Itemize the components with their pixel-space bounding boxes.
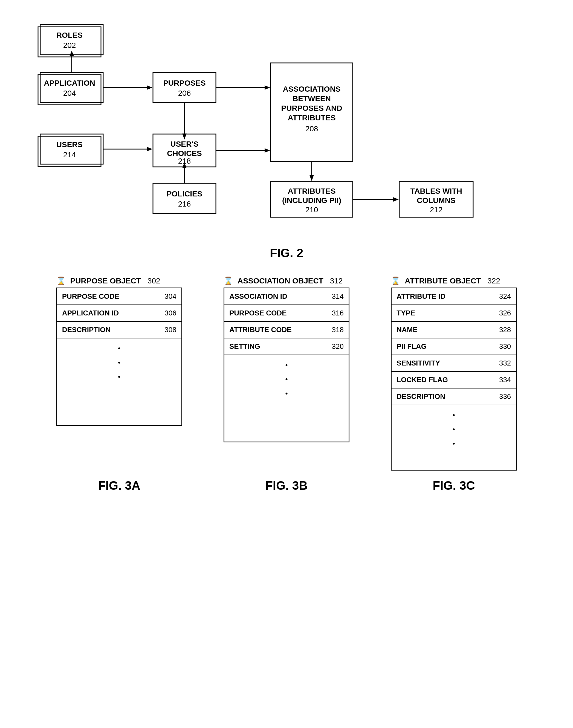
svg-text:APPLICATION: APPLICATION bbox=[44, 79, 95, 87]
fig3c-object-num: 322 bbox=[487, 277, 500, 285]
fig3-labels-row: FIG. 3A FIG. 3B FIG. 3C bbox=[22, 470, 551, 493]
table-row: SETTING 320 bbox=[224, 338, 349, 355]
svg-text:ATTRIBUTES: ATTRIBUTES bbox=[288, 114, 335, 122]
svg-marker-41 bbox=[310, 175, 314, 181]
attributes-node: ATTRIBUTES (INCLUDING PII) 210 bbox=[271, 182, 353, 217]
svg-text:BETWEEN: BETWEEN bbox=[293, 94, 331, 103]
application-node: APPLICATION 204 bbox=[38, 72, 103, 105]
svg-text:TABLES WITH: TABLES WITH bbox=[410, 187, 462, 195]
fig3b-table-wrapper: ASSOCIATION ID 314 PURPOSE CODE 316 ATTR… bbox=[223, 287, 350, 442]
svg-rect-19 bbox=[153, 183, 216, 213]
roles-num: 202 bbox=[63, 41, 76, 50]
fig2-label: FIG. 2 bbox=[22, 246, 551, 260]
fig3c-header: ⌛ ATTRIBUTE OBJECT 322 bbox=[391, 276, 517, 285]
svg-text:216: 216 bbox=[178, 200, 191, 208]
fig2-diagram: ROLES 202 APPLICATION 204 USERS 214 bbox=[22, 16, 551, 241]
svg-marker-33 bbox=[265, 148, 270, 153]
roles-node: ROLES 202 bbox=[38, 24, 103, 57]
table-row: PURPOSE CODE 316 bbox=[224, 305, 349, 322]
fig3b-object-num: 312 bbox=[330, 277, 343, 285]
svg-rect-6 bbox=[40, 134, 103, 164]
users-node: USERS 214 bbox=[38, 134, 103, 166]
svg-text:PURPOSES: PURPOSES bbox=[163, 79, 206, 87]
purposes-node: PURPOSES 206 bbox=[153, 72, 216, 103]
svg-marker-11 bbox=[147, 86, 152, 90]
table-row: PURPOSE CODE 304 bbox=[57, 288, 181, 305]
svg-text:204: 204 bbox=[63, 89, 76, 97]
table-row: ATTRIBUTE CODE 318 bbox=[224, 322, 349, 338]
svg-text:ATTRIBUTES: ATTRIBUTES bbox=[288, 187, 335, 195]
table-row: NAME 328 bbox=[392, 322, 516, 338]
svg-rect-2 bbox=[40, 72, 103, 103]
table-row: DESCRIPTION 308 bbox=[57, 322, 181, 338]
table-row: APPLICATION ID 306 bbox=[57, 305, 181, 322]
table-row: ASSOCIATION ID 314 bbox=[224, 288, 349, 305]
svg-text:210: 210 bbox=[305, 206, 318, 214]
policies-node: POLICIES 216 bbox=[153, 183, 216, 213]
svg-text:POLICIES: POLICIES bbox=[167, 189, 203, 198]
fig3b-label: FIG. 3B bbox=[265, 479, 308, 493]
fig3c-object-label: ATTRIBUTE OBJECT bbox=[405, 277, 481, 285]
associations-node: ASSOCIATIONS BETWEEN PURPOSES AND ATTRIB… bbox=[271, 63, 353, 161]
svg-text:USERS: USERS bbox=[56, 141, 83, 149]
fig3c-label: FIG. 3C bbox=[433, 479, 475, 493]
table-row: PII FLAG 330 bbox=[392, 338, 516, 355]
tables-with-columns-node: TABLES WITH COLUMNS 212 bbox=[399, 182, 473, 217]
fig3c-table: ⌛ ATTRIBUTE OBJECT 322 ATTRIBUTE ID 324 … bbox=[391, 276, 517, 470]
corner-mark-3a: ⌛ bbox=[56, 276, 66, 285]
fig3b-table: ⌛ ASSOCIATION OBJECT 312 ASSOCIATION ID … bbox=[223, 276, 350, 442]
svg-rect-16 bbox=[153, 72, 216, 103]
svg-marker-31 bbox=[265, 86, 270, 90]
svg-text:206: 206 bbox=[178, 89, 191, 97]
svg-text:ASSOCIATIONS: ASSOCIATIONS bbox=[283, 85, 341, 93]
svg-text:(INCLUDING PII): (INCLUDING PII) bbox=[282, 196, 341, 205]
svg-marker-47 bbox=[393, 197, 399, 202]
fig3a-table: ⌛ PURPOSE OBJECT 302 PURPOSE CODE 304 AP… bbox=[56, 276, 182, 426]
fig3-container: ⌛ PURPOSE OBJECT 302 PURPOSE CODE 304 AP… bbox=[22, 276, 551, 470]
corner-mark-3b: ⌛ bbox=[223, 276, 233, 285]
svg-text:214: 214 bbox=[63, 151, 76, 159]
svg-text:COLUMNS: COLUMNS bbox=[417, 196, 456, 205]
svg-text:208: 208 bbox=[305, 124, 318, 133]
svg-text:USER'S: USER'S bbox=[170, 140, 198, 148]
table-row: SENSITIVITY 332 bbox=[392, 355, 516, 372]
dots-row: ••• bbox=[57, 338, 181, 387]
fig3a-header: ⌛ PURPOSE OBJECT 302 bbox=[56, 276, 182, 285]
dots-row: ••• bbox=[224, 355, 349, 403]
svg-text:CHOICES: CHOICES bbox=[167, 149, 202, 158]
svg-marker-13 bbox=[147, 147, 152, 151]
svg-text:PURPOSES AND: PURPOSES AND bbox=[281, 104, 342, 112]
fig3b-header: ⌛ ASSOCIATION OBJECT 312 bbox=[223, 276, 350, 285]
fig3a-object-num: 302 bbox=[148, 277, 160, 285]
table-row: TYPE 326 bbox=[392, 305, 516, 322]
roles-label: ROLES bbox=[56, 31, 83, 39]
fig3a-label: FIG. 3A bbox=[98, 479, 140, 493]
fig3a-table-wrapper: PURPOSE CODE 304 APPLICATION ID 306 DESC… bbox=[56, 287, 182, 426]
fig3a-object-label: PURPOSE OBJECT bbox=[70, 277, 141, 285]
dots-row: ••• bbox=[392, 405, 516, 453]
table-row: LOCKED FLAG 334 bbox=[392, 372, 516, 389]
svg-rect-0 bbox=[40, 24, 103, 55]
corner-mark-3c: ⌛ bbox=[391, 276, 400, 285]
fig3b-object-label: ASSOCIATION OBJECT bbox=[238, 277, 323, 285]
table-row: ATTRIBUTE ID 324 bbox=[392, 288, 516, 305]
fig3c-table-wrapper: ATTRIBUTE ID 324 TYPE 326 NAME 328 PII F… bbox=[391, 287, 517, 470]
svg-text:212: 212 bbox=[430, 206, 443, 214]
table-row: DESCRIPTION 336 bbox=[392, 389, 516, 405]
